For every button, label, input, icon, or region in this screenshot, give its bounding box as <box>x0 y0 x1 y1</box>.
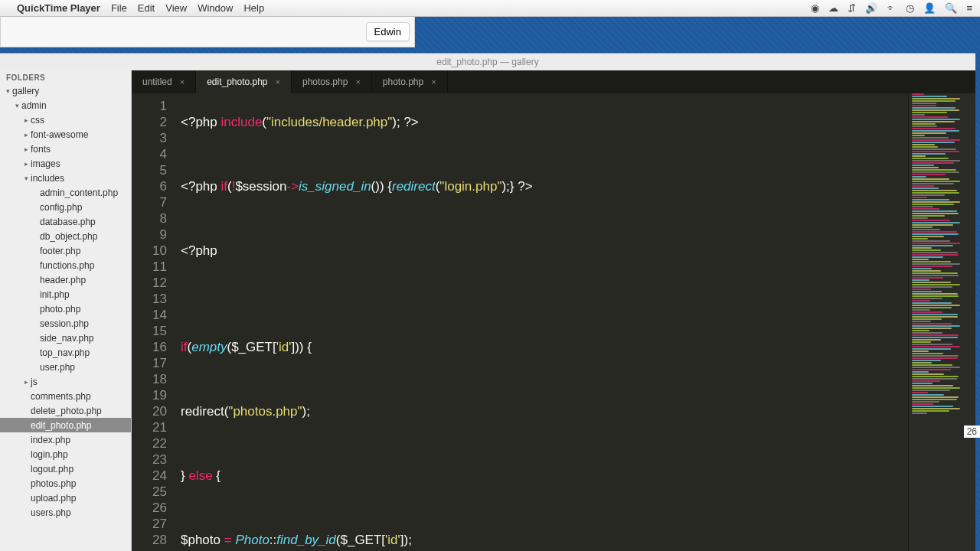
tree-item[interactable]: index.php <box>0 432 131 447</box>
close-tab-icon[interactable]: × <box>276 77 280 86</box>
folder-sidebar: FOLDERS ▾gallery▾admin▸css▸font-awesome▸… <box>0 70 132 551</box>
tree-item[interactable]: db_object.php <box>0 229 131 243</box>
tree-item[interactable]: photo.php <box>0 302 131 316</box>
menu-window[interactable]: Window <box>198 2 233 14</box>
file-tree: ▾gallery▾admin▸css▸font-awesome▸fonts▸im… <box>0 83 131 520</box>
tree-item[interactable]: admin_content.php <box>0 185 131 200</box>
tree-item[interactable]: ▾gallery <box>0 83 131 98</box>
record-icon[interactable]: ◉ <box>811 2 819 14</box>
wifi-icon[interactable]: ᯤ <box>887 2 897 14</box>
tree-item[interactable]: logout.php <box>0 461 131 476</box>
menu-view[interactable]: View <box>165 2 187 14</box>
tree-item[interactable]: edit_photo.php <box>0 418 131 432</box>
window-title: edit_photo.php — gallery <box>0 54 975 70</box>
tree-item[interactable]: database.php <box>0 214 131 229</box>
volume-icon[interactable]: 🔊 <box>865 2 877 14</box>
clock-icon[interactable]: ◷ <box>906 2 914 14</box>
tree-item[interactable]: ▸font-awesome <box>0 127 131 142</box>
tab[interactable]: edit_photo.php× <box>196 70 292 93</box>
tree-item[interactable]: ▸js <box>0 374 131 389</box>
tree-item[interactable]: session.php <box>0 316 131 331</box>
tab[interactable]: untitled× <box>132 70 196 93</box>
tree-item[interactable]: ▾includes <box>0 171 131 185</box>
tree-item[interactable]: photos.php <box>0 476 131 491</box>
sync-icon[interactable]: ⇵ <box>848 2 856 14</box>
sidebar-header: FOLDERS <box>0 70 131 83</box>
tree-item[interactable]: users.php <box>0 505 131 520</box>
sublime-window: edit_photo.php — gallery FOLDERS ▾galler… <box>0 53 975 551</box>
tree-item[interactable]: footer.php <box>0 243 131 258</box>
tree-item[interactable]: functions.php <box>0 258 131 272</box>
tree-item[interactable]: ▾admin <box>0 98 131 112</box>
tab-bar: untitled×edit_photo.php×photos.php×photo… <box>132 70 975 93</box>
code-content[interactable]: <?php include("includes/header.php"); ?>… <box>175 93 908 551</box>
tree-item[interactable]: top_nav.php <box>0 345 131 360</box>
spotlight-icon[interactable]: 🔍 <box>945 2 957 14</box>
tree-item[interactable]: comments.php <box>0 389 131 403</box>
user-icon[interactable]: 👤 <box>923 2 936 14</box>
tree-item[interactable]: user.php <box>0 360 131 374</box>
menu-edit[interactable]: Edit <box>138 2 155 14</box>
notifications-icon[interactable]: ≡ <box>966 2 972 14</box>
cloud-icon[interactable]: ☁ <box>828 2 838 14</box>
macos-menubar: QuickTime Player File Edit View Window H… <box>0 0 980 17</box>
close-tab-icon[interactable]: × <box>431 77 436 86</box>
tab[interactable]: photos.php× <box>292 70 372 93</box>
menu-help[interactable]: Help <box>243 2 264 14</box>
title-text: edit_photo.php — gallery <box>436 57 538 67</box>
tree-item[interactable]: delete_photo.php <box>0 403 131 418</box>
browser-chrome-fragment: Edwin <box>0 17 415 47</box>
tree-item[interactable]: side_nav.php <box>0 331 131 345</box>
tree-item[interactable]: login.php <box>0 447 131 461</box>
editor-pane: untitled×edit_photo.php×photos.php×photo… <box>132 70 975 551</box>
tree-item[interactable]: upload.php <box>0 491 131 505</box>
minimap[interactable] <box>908 93 975 551</box>
code-area[interactable]: 1234567891011121314151617181920212223242… <box>132 93 975 551</box>
user-profile-button[interactable]: Edwin <box>366 22 410 41</box>
menu-file[interactable]: File <box>111 2 127 14</box>
tree-item[interactable]: ▸css <box>0 112 131 127</box>
app-name[interactable]: QuickTime Player <box>17 2 100 14</box>
close-tab-icon[interactable]: × <box>355 77 360 86</box>
line-gutter: 1234567891011121314151617181920212223242… <box>132 93 175 551</box>
tab[interactable]: photo.php× <box>372 70 448 93</box>
close-tab-icon[interactable]: × <box>180 77 185 86</box>
tree-item[interactable]: config.php <box>0 200 131 214</box>
side-number-label: 26 <box>964 425 980 438</box>
tree-item[interactable]: header.php <box>0 272 131 287</box>
tree-item[interactable]: ▸images <box>0 156 131 171</box>
tree-item[interactable]: init.php <box>0 287 131 302</box>
tree-item[interactable]: ▸fonts <box>0 142 131 156</box>
